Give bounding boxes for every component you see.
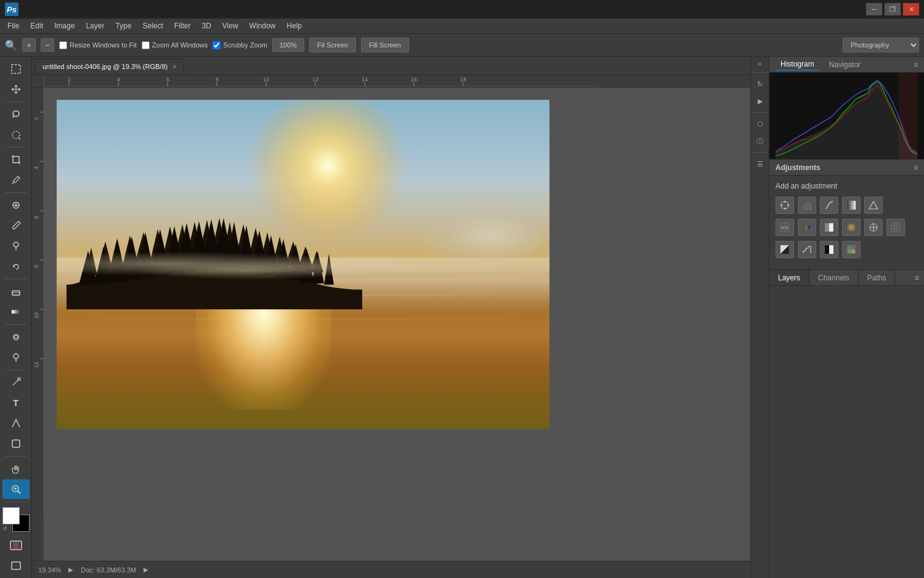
zoom-out-button[interactable]: − (41, 38, 54, 52)
menu-filter[interactable]: Filter (169, 20, 196, 31)
fill-screen-button[interactable]: Fill Screen (361, 38, 409, 52)
menu-type[interactable]: Type (110, 20, 136, 31)
mini-list-button[interactable]: ☰ (753, 157, 768, 171)
mini-info-button[interactable]: ⓘ (753, 134, 768, 149)
menu-layer[interactable]: Layer (81, 20, 109, 31)
shape-tool-button[interactable] (2, 434, 30, 454)
tab-close-button[interactable]: × (172, 63, 176, 70)
menu-window[interactable]: Window (245, 20, 281, 31)
adjustments-panel: Adjustments ≡ Add an adjustment (769, 160, 924, 270)
status-arrow-right[interactable]: ▶ (144, 566, 148, 573)
right-section: « ↻ ▶ ⬡ ⓘ ☰ Histogram Navigator ≡ (750, 57, 924, 578)
quick-mask-button[interactable] (2, 535, 30, 555)
photo-filter-button[interactable] (842, 219, 861, 236)
zoom-all-windows-label: Zoom All Windows (152, 41, 208, 49)
histogram-header: Histogram Navigator ≡ (769, 57, 924, 73)
curves-button[interactable] (820, 197, 838, 214)
mini-play-button[interactable]: ▶ (753, 94, 768, 108)
black-white-button[interactable] (820, 219, 838, 236)
color-lookup-button[interactable] (886, 219, 905, 236)
hand-tool-button[interactable] (2, 459, 30, 478)
layers-menu-button[interactable]: ≡ (915, 274, 924, 282)
zoom-percent-input[interactable]: 100% (272, 38, 304, 52)
mini-rotate-button[interactable]: ↻ (753, 76, 768, 91)
minimize-button[interactable]: ─ (866, 3, 882, 15)
selective-color-button[interactable] (842, 241, 861, 258)
status-arrow-left[interactable]: ▶ (68, 566, 73, 573)
channels-tab[interactable]: Channels (809, 270, 859, 285)
pen-tool-button[interactable] (2, 373, 30, 392)
threshold-button[interactable] (820, 241, 838, 258)
gradient-tool-button[interactable] (2, 303, 30, 322)
zoom-tool-button[interactable] (2, 479, 30, 499)
posterize-button[interactable] (798, 241, 816, 258)
menu-file[interactable]: File (2, 20, 24, 31)
statusbar: 19.34% ▶ Doc: 63.3M/63.3M ▶ (32, 561, 750, 578)
quick-select-button[interactable] (2, 125, 30, 144)
menu-view[interactable]: View (217, 20, 243, 31)
svg-rect-102 (848, 250, 851, 253)
collapse-toggle[interactable]: « (757, 59, 763, 68)
menu-image[interactable]: Image (49, 20, 79, 31)
layers-tab[interactable]: Layers (769, 270, 809, 285)
scrubby-zoom-checkbox[interactable] (213, 41, 221, 49)
histogram-tab[interactable]: Histogram (776, 59, 819, 71)
right-panel: Histogram Navigator ≡ (769, 57, 924, 578)
paths-tab[interactable]: Paths (859, 270, 896, 285)
brightness-contrast-button[interactable] (776, 197, 794, 214)
menu-help[interactable]: Help (282, 20, 307, 31)
move-tool-button[interactable] (2, 79, 30, 99)
adjustments-menu-button[interactable]: ≡ (914, 163, 918, 172)
type-tool-button[interactable]: T (2, 393, 30, 412)
color-balance-button[interactable] (798, 219, 816, 236)
workspace-select[interactable]: Photography Essentials 3D Graphic and We… (843, 38, 919, 52)
svg-text:2: 2 (68, 76, 71, 83)
svg-text:6: 6 (166, 76, 169, 83)
histogram-menu-button[interactable]: ≡ (914, 60, 918, 69)
fit-screen-button[interactable]: Fit Screen (309, 38, 356, 52)
scrubby-zoom-label: Scrubby Zoom (223, 41, 267, 49)
close-button[interactable]: ✕ (903, 3, 919, 15)
document-tab[interactable]: untitled shoot-0406.jpg @ 19.3% (RGB/8) … (34, 59, 184, 75)
canvas-viewport[interactable] (44, 88, 750, 561)
history-brush-button[interactable] (2, 257, 30, 276)
layers-content (769, 286, 924, 578)
zoom-in-button[interactable]: + (22, 38, 36, 52)
svg-rect-67 (808, 202, 809, 210)
exposure-button[interactable] (842, 197, 861, 214)
resize-windows-checkbox[interactable] (59, 41, 67, 49)
marquee-tool-button[interactable] (2, 59, 30, 78)
brush-tool-button[interactable] (2, 216, 30, 235)
menu-edit[interactable]: Edit (25, 20, 48, 31)
clone-stamp-button[interactable] (2, 237, 30, 256)
zoom-all-windows-checkbox[interactable] (142, 41, 150, 49)
gradient-map-button[interactable] (864, 197, 883, 214)
hue-saturation-button[interactable]: HS (776, 219, 794, 236)
reset-colors-icon[interactable]: ↺ (2, 526, 31, 532)
navigator-tab[interactable]: Navigator (824, 59, 865, 70)
svg-text:8: 8 (216, 76, 219, 83)
svg-text:18: 18 (460, 76, 466, 83)
menu-3d[interactable]: 3D (197, 20, 216, 31)
mini-strip: « ↻ ▶ ⬡ ⓘ ☰ (750, 57, 769, 578)
invert-button[interactable] (776, 241, 794, 258)
svg-text:S: S (785, 226, 788, 230)
healing-brush-button[interactable] (2, 195, 30, 214)
dodge-tool-button[interactable] (2, 348, 30, 367)
levels-button[interactable] (798, 197, 816, 214)
search-icon[interactable]: 🔍 (5, 39, 17, 51)
eyedropper-button[interactable] (2, 171, 30, 190)
menu-select[interactable]: Select (137, 20, 168, 31)
eraser-button[interactable] (2, 282, 30, 301)
path-select-button[interactable] (2, 413, 30, 433)
mini-3d-button[interactable]: ⬡ (753, 116, 768, 131)
screen-mode-button[interactable] (2, 556, 30, 576)
svg-text:16: 16 (411, 76, 417, 83)
lasso-tool-button[interactable] (2, 105, 30, 124)
svg-rect-23 (44, 75, 599, 87)
channel-mixer-button[interactable] (864, 219, 883, 236)
foreground-color-swatch[interactable] (2, 507, 20, 524)
crop-tool-button[interactable] (2, 150, 30, 169)
blur-tool-button[interactable] (2, 327, 30, 346)
restore-button[interactable]: ❐ (885, 3, 901, 15)
